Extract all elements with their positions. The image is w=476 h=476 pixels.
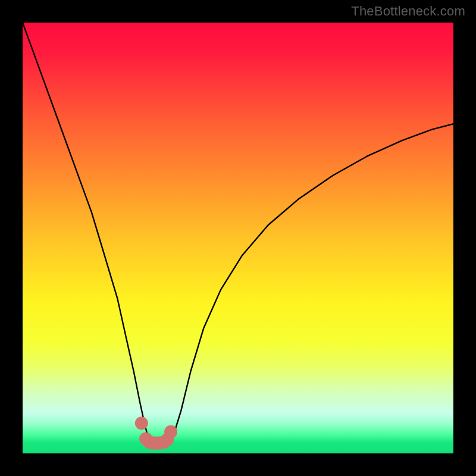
chart-canvas: [23, 23, 453, 453]
plot-area: [23, 23, 453, 453]
highlight-dot: [164, 425, 177, 439]
watermark-text: TheBottleneck.com: [351, 4, 465, 19]
chart-frame: TheBottleneck.com: [0, 0, 476, 476]
highlight-dot: [135, 416, 148, 430]
gradient-background: [23, 23, 453, 453]
